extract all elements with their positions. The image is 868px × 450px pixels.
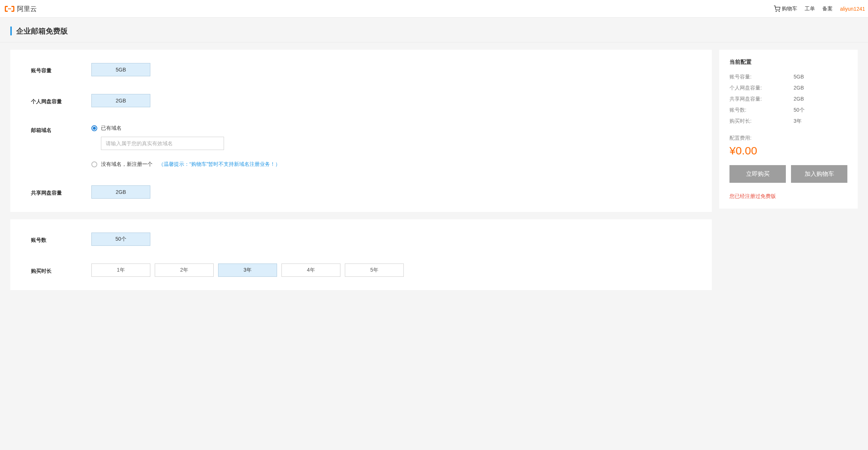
cart-link[interactable]: 购物车	[774, 6, 797, 12]
cart-icon	[774, 6, 780, 12]
config-card-2: 账号数 50个 购买时长 1年2年3年4年5年	[10, 219, 712, 290]
radio-has-domain[interactable]: 已有域名	[91, 125, 280, 132]
svg-point-0	[776, 11, 777, 12]
radio-no-domain[interactable]: 没有域名，新注册一个 （温馨提示：“购物车”暂时不支持新域名注册业务！）	[91, 161, 280, 168]
duration-options: 1年2年3年4年5年	[91, 264, 404, 277]
radio-icon	[91, 161, 97, 167]
summary-row: 账号数:50个	[729, 107, 847, 114]
duration-option-5年[interactable]: 5年	[345, 264, 404, 277]
summary-row-value: 50个	[794, 107, 805, 114]
row-shared-netdisk: 共享网盘容量 2GB	[31, 185, 697, 199]
domain-input[interactable]	[101, 137, 224, 150]
ticket-link[interactable]: 工单	[805, 6, 815, 12]
duration-option-3年[interactable]: 3年	[218, 264, 277, 277]
summary-row-value: 5GB	[794, 74, 804, 80]
main-container: 账号容量 5GB 个人网盘容量 2GB 邮箱域名 已有域名	[0, 42, 868, 290]
label-personal-netdisk: 个人网盘容量	[31, 96, 91, 105]
price-value: ¥0.00	[729, 144, 847, 157]
summary-row-label: 账号容量:	[729, 74, 794, 80]
summary-row: 购买时长:3年	[729, 118, 847, 125]
option-account-capacity-5gb[interactable]: 5GB	[91, 63, 150, 76]
top-header: 阿里云 购物车 工单 备案 aliyun1241	[0, 0, 868, 18]
duration-option-2年[interactable]: 2年	[155, 264, 214, 277]
summary-row-label: 购买时长:	[729, 118, 794, 125]
aliyun-logo-icon	[4, 5, 15, 13]
domain-hint: （温馨提示：“购物车”暂时不支持新域名注册业务！）	[158, 161, 280, 168]
buy-now-button[interactable]: 立即购买	[729, 165, 786, 183]
radio-has-domain-label: 已有域名	[101, 125, 122, 132]
add-to-cart-button[interactable]: 加入购物车	[791, 165, 847, 183]
cart-label: 购物车	[782, 6, 797, 12]
label-account-count: 账号数	[31, 235, 91, 244]
page-title-bar: 企业邮箱免费版	[0, 18, 868, 42]
page-title: 企业邮箱免费版	[10, 27, 858, 35]
radio-no-domain-label: 没有域名，新注册一个	[101, 161, 153, 168]
label-mail-domain: 邮箱域名	[31, 125, 91, 134]
logo[interactable]: 阿里云	[4, 4, 37, 13]
option-account-count-50[interactable]: 50个	[91, 233, 150, 246]
label-duration: 购买时长	[31, 266, 91, 275]
svg-point-1	[779, 11, 780, 12]
summary-row-value: 3年	[794, 118, 802, 125]
summary-row: 个人网盘容量:2GB	[729, 85, 847, 91]
beian-link[interactable]: 备案	[822, 6, 833, 12]
form-column: 账号容量 5GB 个人网盘容量 2GB 邮箱域名 已有域名	[10, 50, 712, 290]
fee-label: 配置费用:	[729, 135, 847, 142]
summary-row: 共享网盘容量:2GB	[729, 96, 847, 102]
config-card-1: 账号容量 5GB 个人网盘容量 2GB 邮箱域名 已有域名	[10, 50, 712, 212]
row-account-capacity: 账号容量 5GB	[31, 63, 697, 76]
option-personal-netdisk-2gb[interactable]: 2GB	[91, 94, 150, 107]
option-shared-netdisk-2gb[interactable]: 2GB	[91, 185, 150, 199]
duration-option-1年[interactable]: 1年	[91, 264, 150, 277]
row-mail-domain: 邮箱域名 已有域名 没有域名，新注册一个 （温馨提示：“购物车”暂时不支持新域名…	[31, 125, 697, 168]
radio-icon	[91, 125, 97, 131]
summary-row-value: 2GB	[794, 96, 804, 102]
header-right: 购物车 工单 备案 aliyun1241	[774, 6, 868, 12]
label-shared-netdisk: 共享网盘容量	[31, 188, 91, 196]
row-duration: 购买时长 1年2年3年4年5年	[31, 264, 697, 277]
label-account-capacity: 账号容量	[31, 65, 91, 74]
logo-text: 阿里云	[17, 4, 37, 13]
summary-sidebar: 当前配置 账号容量:5GB个人网盘容量:2GB共享网盘容量:2GB账号数:50个…	[719, 50, 858, 209]
username-link[interactable]: aliyun1241	[840, 6, 865, 12]
already-registered-warning: 您已经注册过免费版	[729, 193, 847, 200]
summary-row: 账号容量:5GB	[729, 74, 847, 80]
summary-row-label: 共享网盘容量:	[729, 96, 794, 102]
summary-row-value: 2GB	[794, 85, 804, 91]
summary-row-label: 账号数:	[729, 107, 794, 114]
row-personal-netdisk: 个人网盘容量 2GB	[31, 94, 697, 107]
summary-row-label: 个人网盘容量:	[729, 85, 794, 91]
duration-option-4年[interactable]: 4年	[281, 264, 340, 277]
row-account-count: 账号数 50个	[31, 233, 697, 246]
summary-title: 当前配置	[729, 59, 847, 66]
